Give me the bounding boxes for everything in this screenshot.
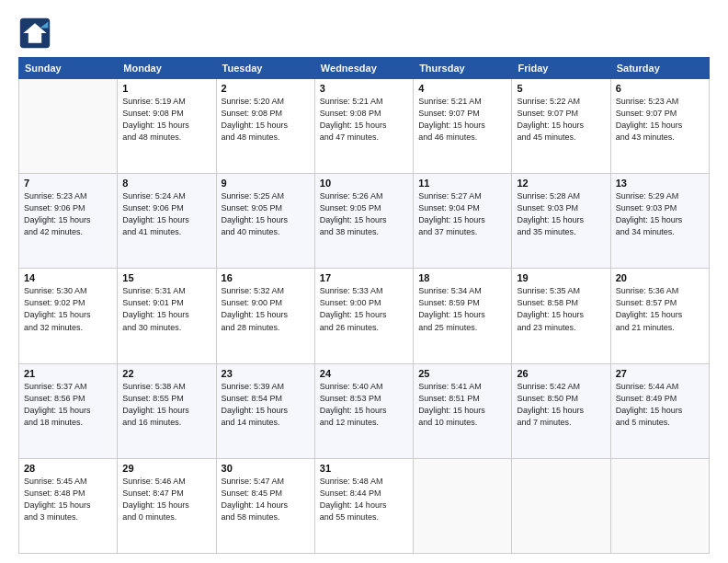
logo [18,17,57,50]
day-detail: Sunrise: 5:39 AM Sunset: 8:54 PM Dayligh… [222,381,310,429]
weekday-header: Tuesday [216,58,314,79]
day-number: 17 [320,272,408,283]
day-number: 2 [222,83,310,94]
day-number: 11 [418,178,506,189]
calendar-cell [512,458,610,553]
calendar-cell: 21Sunrise: 5:37 AM Sunset: 8:56 PM Dayli… [19,363,118,458]
day-number: 27 [616,368,704,379]
day-number: 4 [418,83,506,94]
calendar-cell: 13Sunrise: 5:29 AM Sunset: 9:03 PM Dayli… [610,174,709,269]
calendar-cell [414,458,512,553]
calendar-cell: 31Sunrise: 5:48 AM Sunset: 8:44 PM Dayli… [314,458,413,553]
calendar-cell: 20Sunrise: 5:36 AM Sunset: 8:57 PM Dayli… [610,269,709,363]
day-number: 24 [320,368,408,379]
weekday-header: Thursday [414,58,512,79]
day-detail: Sunrise: 5:23 AM Sunset: 9:06 PM Dayligh… [24,190,112,238]
day-number: 30 [222,463,310,474]
day-detail: Sunrise: 5:46 AM Sunset: 8:47 PM Dayligh… [122,476,210,523]
calendar-cell [19,79,118,174]
day-number: 1 [122,83,210,94]
day-number: 7 [24,178,112,189]
logo-icon [18,17,51,50]
day-detail: Sunrise: 5:21 AM Sunset: 9:07 PM Dayligh… [418,96,506,144]
weekday-header: Friday [512,58,610,79]
day-detail: Sunrise: 5:19 AM Sunset: 9:08 PM Dayligh… [122,96,210,144]
day-detail: Sunrise: 5:22 AM Sunset: 9:07 PM Dayligh… [517,96,605,144]
day-number: 5 [517,83,605,94]
calendar-cell: 11Sunrise: 5:27 AM Sunset: 9:04 PM Dayli… [414,174,512,269]
calendar-cell: 12Sunrise: 5:28 AM Sunset: 9:03 PM Dayli… [512,174,610,269]
day-number: 13 [616,178,704,189]
calendar-cell: 3Sunrise: 5:21 AM Sunset: 9:08 PM Daylig… [314,79,413,174]
day-detail: Sunrise: 5:31 AM Sunset: 9:01 PM Dayligh… [122,285,210,333]
day-number: 20 [616,272,704,283]
calendar-cell: 30Sunrise: 5:47 AM Sunset: 8:45 PM Dayli… [216,458,314,553]
calendar-cell: 26Sunrise: 5:42 AM Sunset: 8:50 PM Dayli… [512,363,610,458]
day-detail: Sunrise: 5:40 AM Sunset: 8:53 PM Dayligh… [320,381,408,429]
day-number: 10 [320,178,408,189]
day-number: 6 [616,83,704,94]
calendar-cell: 2Sunrise: 5:20 AM Sunset: 9:08 PM Daylig… [216,79,314,174]
day-detail: Sunrise: 5:48 AM Sunset: 8:44 PM Dayligh… [320,476,408,523]
calendar-cell: 19Sunrise: 5:35 AM Sunset: 8:58 PM Dayli… [512,269,610,363]
calendar-cell [610,458,709,553]
calendar-cell: 8Sunrise: 5:24 AM Sunset: 9:06 PM Daylig… [118,174,216,269]
day-number: 26 [517,368,605,379]
day-detail: Sunrise: 5:28 AM Sunset: 9:03 PM Dayligh… [517,190,605,238]
calendar-cell: 29Sunrise: 5:46 AM Sunset: 8:47 PM Dayli… [118,458,216,553]
day-detail: Sunrise: 5:23 AM Sunset: 9:07 PM Dayligh… [616,96,704,144]
calendar-cell: 23Sunrise: 5:39 AM Sunset: 8:54 PM Dayli… [216,363,314,458]
calendar-cell: 7Sunrise: 5:23 AM Sunset: 9:06 PM Daylig… [19,174,118,269]
day-detail: Sunrise: 5:25 AM Sunset: 9:05 PM Dayligh… [222,190,310,238]
calendar-week-row: 1Sunrise: 5:19 AM Sunset: 9:08 PM Daylig… [19,79,710,174]
weekday-header: Saturday [610,58,709,79]
calendar-week-row: 7Sunrise: 5:23 AM Sunset: 9:06 PM Daylig… [19,174,710,269]
day-detail: Sunrise: 5:20 AM Sunset: 9:08 PM Dayligh… [222,96,310,144]
day-number: 19 [517,272,605,283]
day-detail: Sunrise: 5:37 AM Sunset: 8:56 PM Dayligh… [24,381,112,429]
day-detail: Sunrise: 5:44 AM Sunset: 8:49 PM Dayligh… [616,381,704,429]
day-number: 28 [24,463,112,474]
calendar-cell: 10Sunrise: 5:26 AM Sunset: 9:05 PM Dayli… [314,174,413,269]
calendar-cell: 5Sunrise: 5:22 AM Sunset: 9:07 PM Daylig… [512,79,610,174]
day-number: 9 [222,178,310,189]
day-number: 14 [24,272,112,283]
page: SundayMondayTuesdayWednesdayThursdayFrid… [0,0,728,563]
calendar-cell: 14Sunrise: 5:30 AM Sunset: 9:02 PM Dayli… [19,269,118,363]
day-number: 3 [320,83,408,94]
day-detail: Sunrise: 5:47 AM Sunset: 8:45 PM Dayligh… [222,476,310,523]
header [18,17,710,50]
calendar-cell: 17Sunrise: 5:33 AM Sunset: 9:00 PM Dayli… [314,269,413,363]
day-detail: Sunrise: 5:38 AM Sunset: 8:55 PM Dayligh… [122,381,210,429]
day-number: 8 [122,178,210,189]
calendar-table: SundayMondayTuesdayWednesdayThursdayFrid… [18,57,710,554]
day-detail: Sunrise: 5:26 AM Sunset: 9:05 PM Dayligh… [320,190,408,238]
calendar-week-row: 21Sunrise: 5:37 AM Sunset: 8:56 PM Dayli… [19,363,710,458]
day-detail: Sunrise: 5:35 AM Sunset: 8:58 PM Dayligh… [517,285,605,333]
calendar-cell: 4Sunrise: 5:21 AM Sunset: 9:07 PM Daylig… [414,79,512,174]
day-number: 16 [222,272,310,283]
day-number: 23 [222,368,310,379]
day-detail: Sunrise: 5:33 AM Sunset: 9:00 PM Dayligh… [320,285,408,333]
calendar-cell: 18Sunrise: 5:34 AM Sunset: 8:59 PM Dayli… [414,269,512,363]
weekday-header: Sunday [19,58,118,79]
calendar-cell: 22Sunrise: 5:38 AM Sunset: 8:55 PM Dayli… [118,363,216,458]
calendar-cell: 16Sunrise: 5:32 AM Sunset: 9:00 PM Dayli… [216,269,314,363]
day-detail: Sunrise: 5:42 AM Sunset: 8:50 PM Dayligh… [517,381,605,429]
calendar-cell: 24Sunrise: 5:40 AM Sunset: 8:53 PM Dayli… [314,363,413,458]
calendar-header-row: SundayMondayTuesdayWednesdayThursdayFrid… [19,58,710,79]
day-number: 21 [24,368,112,379]
day-detail: Sunrise: 5:41 AM Sunset: 8:51 PM Dayligh… [418,381,506,429]
day-detail: Sunrise: 5:45 AM Sunset: 8:48 PM Dayligh… [24,476,112,523]
calendar-cell: 27Sunrise: 5:44 AM Sunset: 8:49 PM Dayli… [610,363,709,458]
calendar-cell: 6Sunrise: 5:23 AM Sunset: 9:07 PM Daylig… [610,79,709,174]
day-detail: Sunrise: 5:29 AM Sunset: 9:03 PM Dayligh… [616,190,704,238]
weekday-header: Monday [118,58,216,79]
calendar-body: 1Sunrise: 5:19 AM Sunset: 9:08 PM Daylig… [19,79,710,554]
calendar-cell: 25Sunrise: 5:41 AM Sunset: 8:51 PM Dayli… [414,363,512,458]
weekday-header: Wednesday [314,58,413,79]
day-detail: Sunrise: 5:21 AM Sunset: 9:08 PM Dayligh… [320,96,408,144]
day-detail: Sunrise: 5:32 AM Sunset: 9:00 PM Dayligh… [222,285,310,333]
day-number: 18 [418,272,506,283]
day-number: 22 [122,368,210,379]
